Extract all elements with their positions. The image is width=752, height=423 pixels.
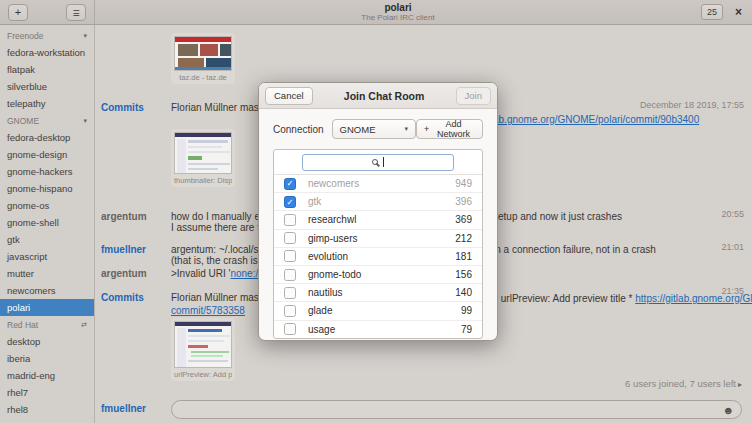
sidebar-item-rhel8[interactable]: rhel8: [0, 401, 94, 418]
room-checkbox[interactable]: ✓: [284, 269, 296, 281]
room-checkbox[interactable]: ✓: [284, 287, 296, 299]
add-room-button[interactable]: +: [8, 4, 28, 21]
link-preview-card[interactable]: thumbnailer: Dispo…: [171, 129, 235, 187]
sidebar-item-gnome-design[interactable]: gnome-design: [0, 146, 94, 163]
sidebar-section-gnome[interactable]: GNOME ▾: [0, 112, 94, 129]
sidebar-item-flatpak[interactable]: flatpak: [0, 61, 94, 78]
join-button[interactable]: Join: [456, 87, 491, 105]
room-checkbox[interactable]: ✓: [284, 250, 296, 262]
sidebar-item-gtk[interactable]: gtk: [0, 231, 94, 248]
room-user-count: 212: [455, 233, 472, 244]
room-name: gimp-users: [308, 233, 455, 244]
room-user-count: 181: [455, 251, 472, 262]
room-row-gtk[interactable]: ✓ gtk 396: [274, 193, 482, 211]
room-row-gimp-users[interactable]: ✓ gimp-users 212: [274, 230, 482, 248]
sidebar-item-gnome-hispano[interactable]: gnome-hispano: [0, 180, 94, 197]
chevron-down-icon[interactable]: ▾: [83, 32, 87, 40]
room-list-frame: ✓ newcomers 949 ✓ gtk 396 ✓ researchwl 3…: [273, 149, 483, 339]
headerbar: + ☰ polari The Polari IRC client 25 ×: [0, 0, 752, 25]
link-preview-card[interactable]: taz.de - taz.de: [171, 33, 235, 84]
room-sidebar: Freenode ▾ fedora-workstation flatpak si…: [0, 25, 95, 423]
sidebar-item-fedora-workstation[interactable]: fedora-workstation: [0, 44, 94, 61]
dialog-title: Join Chat Room: [313, 90, 456, 102]
room-checkbox[interactable]: ✓: [284, 178, 296, 190]
check-icon: ✓: [286, 198, 293, 207]
commit-link[interactable]: ab.gnome.org/GNOME/polari/commit/90b3400: [493, 114, 699, 125]
connection-dropdown[interactable]: GNOME ▾: [332, 119, 416, 139]
sidebar-item-silverblue[interactable]: silverblue: [0, 78, 94, 95]
message-nick[interactable]: Commits: [101, 292, 167, 303]
room-row-newcomers[interactable]: ✓ newcomers 949: [274, 175, 482, 193]
sidebar-item-javascript[interactable]: javascript: [0, 248, 94, 265]
sidebar-item-gnome-hackers[interactable]: gnome-hackers: [0, 163, 94, 180]
window-subtitle: The Polari IRC client: [95, 14, 701, 22]
room-row-nautilus[interactable]: ✓ nautilus 140: [274, 284, 482, 302]
room-user-count: 140: [455, 287, 472, 298]
room-checkbox[interactable]: ✓: [284, 214, 296, 226]
plus-icon: +: [15, 6, 21, 18]
headerbar-right: 25 ×: [701, 4, 752, 20]
room-checkbox[interactable]: ✓: [284, 232, 296, 244]
menu-button[interactable]: ☰: [66, 4, 86, 21]
status-text: 6 users joined, 7 users left: [625, 378, 736, 389]
gitlab-thumbnail-image: [174, 321, 232, 368]
room-name: gtk: [308, 196, 455, 207]
add-network-label: Add Network: [432, 119, 475, 139]
room-name: glade: [308, 305, 461, 316]
section-label: GNOME: [7, 116, 39, 126]
cancel-button[interactable]: Cancel: [265, 87, 313, 105]
chevron-down-icon: ▾: [404, 125, 408, 133]
user-activity-status[interactable]: 6 users joined, 7 users left▸: [625, 378, 742, 389]
section-label: Red Hat: [7, 320, 38, 330]
sidebar-section-freenode[interactable]: Freenode ▾: [0, 27, 94, 44]
sidebar-item-gnome-os[interactable]: gnome-os: [0, 197, 94, 214]
sidebar-item-polari[interactable]: polari: [0, 299, 94, 316]
sidebar-item-desktop[interactable]: desktop: [0, 333, 94, 350]
search-input[interactable]: [302, 154, 454, 171]
close-icon[interactable]: ×: [735, 5, 742, 19]
own-nick-button[interactable]: fmuellner: [101, 403, 146, 414]
sidebar-item-rhel7[interactable]: rhel7: [0, 384, 94, 401]
room-row-evolution[interactable]: ✓ evolution 181: [274, 248, 482, 266]
message-nick[interactable]: argentum: [101, 268, 167, 279]
connection-label: Connection: [273, 124, 324, 135]
link-preview-card[interactable]: urlPreview: Add pr…: [171, 318, 235, 381]
message-nick[interactable]: argentum: [101, 211, 167, 222]
link-preview-caption: urlPreview: Add pr…: [174, 370, 232, 379]
room-user-count: 79: [461, 324, 472, 335]
window-title-block: polari The Polari IRC client: [95, 2, 701, 22]
room-checkbox[interactable]: ✓: [284, 196, 296, 208]
plus-icon: +: [424, 124, 429, 134]
room-row-glade[interactable]: ✓ glade 99: [274, 302, 482, 320]
message-text-continued: setup and now it just crashes: [493, 211, 622, 222]
sidebar-item-iberia[interactable]: iberia: [0, 350, 94, 367]
message-timestamp: 20:55: [721, 209, 744, 219]
sidebar-section-redhat[interactable]: Red Hat ⇄: [0, 316, 94, 333]
room-user-count: 949: [455, 178, 472, 189]
room-checkbox[interactable]: ✓: [284, 305, 296, 317]
connection-row: Connection GNOME ▾ + Add Network: [273, 119, 483, 139]
message-nick[interactable]: Commits: [101, 102, 167, 113]
room-checkbox[interactable]: ✓: [284, 323, 296, 335]
add-network-button[interactable]: + Add Network: [416, 119, 483, 139]
commit-link[interactable]: commit/5783358: [171, 305, 245, 316]
room-user-count: 369: [455, 214, 472, 225]
expander-arrow-icon: ▸: [738, 380, 742, 389]
room-row-usage[interactable]: ✓ usage 79: [274, 321, 482, 339]
chevron-down-icon[interactable]: ▾: [83, 117, 87, 125]
sidebar-item-fedora-desktop[interactable]: fedora-desktop: [0, 129, 94, 146]
connection-value: GNOME: [340, 124, 376, 135]
text-cursor: [383, 157, 384, 167]
emoji-icon[interactable]: ☻: [722, 404, 734, 416]
sidebar-item-telepathy[interactable]: telepathy: [0, 95, 94, 112]
sidebar-item-mutter[interactable]: mutter: [0, 265, 94, 282]
sidebar-item-newcomers[interactable]: newcomers: [0, 282, 94, 299]
room-row-researchwl[interactable]: ✓ researchwl 369: [274, 211, 482, 229]
gitlab-link[interactable]: https://gitlab.gnome.org/GNOME/polari/-: [635, 293, 752, 304]
room-row-gnome-todo[interactable]: ✓ gnome-todo 156: [274, 266, 482, 284]
sidebar-item-gnome-shell[interactable]: gnome-shell: [0, 214, 94, 231]
sidebar-item-madrid-eng[interactable]: madrid-eng: [0, 367, 94, 384]
message-nick[interactable]: fmuellner: [101, 244, 167, 255]
message-input[interactable]: ☻: [171, 400, 742, 419]
user-count-button[interactable]: 25: [701, 4, 723, 20]
